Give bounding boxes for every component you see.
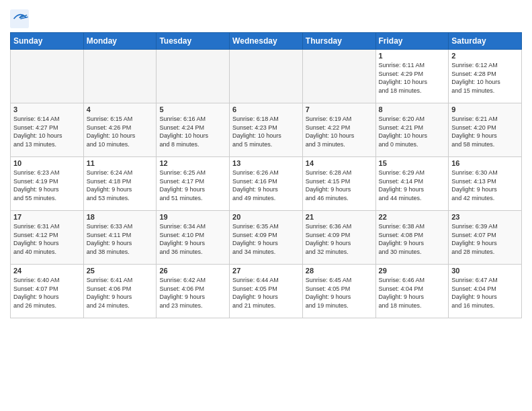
calendar-week: 24Sunrise: 6:40 AM Sunset: 4:07 PM Dayli… xyxy=(11,265,522,318)
day-number: 9 xyxy=(451,105,519,113)
calendar-table: SundayMondayTuesdayWednesdayThursdayFrid… xyxy=(10,32,522,318)
page-container: SundayMondayTuesdayWednesdayThursdayFrid… xyxy=(0,0,532,322)
day-info: Sunrise: 6:46 AM Sunset: 4:04 PM Dayligh… xyxy=(379,276,446,310)
day-number: 3 xyxy=(13,105,81,113)
day-info: Sunrise: 6:19 AM Sunset: 4:22 PM Dayligh… xyxy=(306,115,373,148)
header-row: SundayMondayTuesdayWednesdayThursdayFrid… xyxy=(11,33,522,50)
weekday-header: Thursday xyxy=(302,33,375,50)
weekday-header: Sunday xyxy=(11,33,84,50)
header xyxy=(10,7,522,28)
day-number: 1 xyxy=(379,52,446,60)
calendar-cell: 11Sunrise: 6:24 AM Sunset: 4:18 PM Dayli… xyxy=(83,157,157,211)
day-number: 6 xyxy=(232,105,300,113)
day-number: 13 xyxy=(232,159,300,167)
calendar-cell: 5Sunrise: 6:16 AM Sunset: 4:24 PM Daylig… xyxy=(157,103,230,157)
calendar-cell: 16Sunrise: 6:30 AM Sunset: 4:13 PM Dayli… xyxy=(449,157,522,211)
day-number: 19 xyxy=(159,213,226,221)
calendar-cell: 25Sunrise: 6:41 AM Sunset: 4:06 PM Dayli… xyxy=(83,265,157,318)
day-info: Sunrise: 6:20 AM Sunset: 4:21 PM Dayligh… xyxy=(379,115,446,148)
day-info: Sunrise: 6:40 AM Sunset: 4:07 PM Dayligh… xyxy=(13,276,81,310)
calendar-cell xyxy=(157,50,230,103)
day-info: Sunrise: 6:42 AM Sunset: 4:06 PM Dayligh… xyxy=(159,276,226,310)
day-number: 23 xyxy=(451,213,519,221)
calendar-cell: 12Sunrise: 6:25 AM Sunset: 4:17 PM Dayli… xyxy=(157,157,230,211)
day-info: Sunrise: 6:21 AM Sunset: 4:20 PM Dayligh… xyxy=(451,115,519,148)
calendar-cell: 28Sunrise: 6:45 AM Sunset: 4:05 PM Dayli… xyxy=(302,265,375,318)
day-info: Sunrise: 6:11 AM Sunset: 4:29 PM Dayligh… xyxy=(379,61,446,95)
weekday-header: Friday xyxy=(375,33,449,50)
day-number: 14 xyxy=(306,159,373,167)
day-number: 17 xyxy=(13,213,81,221)
day-info: Sunrise: 6:23 AM Sunset: 4:19 PM Dayligh… xyxy=(13,169,81,202)
day-number: 12 xyxy=(159,159,226,167)
logo xyxy=(10,9,32,28)
calendar-cell xyxy=(11,50,84,103)
day-number: 16 xyxy=(451,159,519,167)
day-number: 2 xyxy=(451,52,519,60)
calendar-cell: 26Sunrise: 6:42 AM Sunset: 4:06 PM Dayli… xyxy=(157,265,230,318)
calendar-cell: 8Sunrise: 6:20 AM Sunset: 4:21 PM Daylig… xyxy=(375,103,449,157)
calendar-cell: 20Sunrise: 6:35 AM Sunset: 4:09 PM Dayli… xyxy=(230,211,303,265)
day-info: Sunrise: 6:39 AM Sunset: 4:07 PM Dayligh… xyxy=(451,222,519,256)
day-info: Sunrise: 6:25 AM Sunset: 4:17 PM Dayligh… xyxy=(159,169,226,202)
day-number: 25 xyxy=(87,267,154,275)
day-number: 4 xyxy=(87,105,154,113)
day-number: 24 xyxy=(13,267,81,275)
calendar-cell: 4Sunrise: 6:15 AM Sunset: 4:26 PM Daylig… xyxy=(83,103,157,157)
day-number: 20 xyxy=(232,213,300,221)
day-info: Sunrise: 6:29 AM Sunset: 4:14 PM Dayligh… xyxy=(379,169,446,202)
day-info: Sunrise: 6:38 AM Sunset: 4:08 PM Dayligh… xyxy=(379,222,446,256)
day-number: 18 xyxy=(87,213,154,221)
calendar-cell: 29Sunrise: 6:46 AM Sunset: 4:04 PM Dayli… xyxy=(375,265,449,318)
day-number: 7 xyxy=(306,105,373,113)
day-number: 11 xyxy=(87,159,154,167)
calendar-cell: 18Sunrise: 6:33 AM Sunset: 4:11 PM Dayli… xyxy=(83,211,157,265)
logo-icon xyxy=(10,9,29,28)
day-number: 26 xyxy=(159,267,226,275)
calendar-cell: 6Sunrise: 6:18 AM Sunset: 4:23 PM Daylig… xyxy=(230,103,303,157)
day-info: Sunrise: 6:44 AM Sunset: 4:05 PM Dayligh… xyxy=(232,276,300,310)
day-number: 28 xyxy=(306,267,373,275)
day-info: Sunrise: 6:45 AM Sunset: 4:05 PM Dayligh… xyxy=(306,276,373,310)
day-number: 30 xyxy=(451,267,519,275)
calendar-cell: 22Sunrise: 6:38 AM Sunset: 4:08 PM Dayli… xyxy=(375,211,449,265)
day-info: Sunrise: 6:26 AM Sunset: 4:16 PM Dayligh… xyxy=(232,169,300,202)
day-info: Sunrise: 6:30 AM Sunset: 4:13 PM Dayligh… xyxy=(451,169,519,202)
calendar-cell xyxy=(83,50,157,103)
calendar-cell: 14Sunrise: 6:28 AM Sunset: 4:15 PM Dayli… xyxy=(302,157,375,211)
weekday-header: Wednesday xyxy=(230,33,303,50)
day-info: Sunrise: 6:35 AM Sunset: 4:09 PM Dayligh… xyxy=(232,222,300,256)
weekday-header: Tuesday xyxy=(157,33,230,50)
day-number: 8 xyxy=(379,105,446,113)
day-info: Sunrise: 6:41 AM Sunset: 4:06 PM Dayligh… xyxy=(87,276,154,310)
day-info: Sunrise: 6:12 AM Sunset: 4:28 PM Dayligh… xyxy=(451,61,519,95)
day-number: 22 xyxy=(379,213,446,221)
calendar-cell: 17Sunrise: 6:31 AM Sunset: 4:12 PM Dayli… xyxy=(11,211,84,265)
day-info: Sunrise: 6:34 AM Sunset: 4:10 PM Dayligh… xyxy=(159,222,226,256)
weekday-header: Saturday xyxy=(449,33,522,50)
day-info: Sunrise: 6:33 AM Sunset: 4:11 PM Dayligh… xyxy=(87,222,154,256)
day-info: Sunrise: 6:18 AM Sunset: 4:23 PM Dayligh… xyxy=(232,115,300,148)
calendar-cell: 2Sunrise: 6:12 AM Sunset: 4:28 PM Daylig… xyxy=(449,50,522,103)
calendar-cell: 1Sunrise: 6:11 AM Sunset: 4:29 PM Daylig… xyxy=(375,50,449,103)
calendar-week: 1Sunrise: 6:11 AM Sunset: 4:29 PM Daylig… xyxy=(11,50,522,103)
day-number: 29 xyxy=(379,267,446,275)
calendar-cell: 10Sunrise: 6:23 AM Sunset: 4:19 PM Dayli… xyxy=(11,157,84,211)
day-info: Sunrise: 6:14 AM Sunset: 4:27 PM Dayligh… xyxy=(13,115,81,148)
calendar-cell: 7Sunrise: 6:19 AM Sunset: 4:22 PM Daylig… xyxy=(302,103,375,157)
day-info: Sunrise: 6:36 AM Sunset: 4:09 PM Dayligh… xyxy=(306,222,373,256)
day-number: 21 xyxy=(306,213,373,221)
calendar-cell: 15Sunrise: 6:29 AM Sunset: 4:14 PM Dayli… xyxy=(375,157,449,211)
day-number: 5 xyxy=(159,105,226,113)
calendar-cell: 13Sunrise: 6:26 AM Sunset: 4:16 PM Dayli… xyxy=(230,157,303,211)
calendar-cell: 9Sunrise: 6:21 AM Sunset: 4:20 PM Daylig… xyxy=(449,103,522,157)
calendar-cell xyxy=(230,50,303,103)
day-number: 15 xyxy=(379,159,446,167)
calendar-cell: 30Sunrise: 6:47 AM Sunset: 4:04 PM Dayli… xyxy=(449,265,522,318)
day-info: Sunrise: 6:16 AM Sunset: 4:24 PM Dayligh… xyxy=(159,115,226,148)
calendar-week: 3Sunrise: 6:14 AM Sunset: 4:27 PM Daylig… xyxy=(11,103,522,157)
calendar-cell: 21Sunrise: 6:36 AM Sunset: 4:09 PM Dayli… xyxy=(302,211,375,265)
day-info: Sunrise: 6:28 AM Sunset: 4:15 PM Dayligh… xyxy=(306,169,373,202)
calendar-week: 10Sunrise: 6:23 AM Sunset: 4:19 PM Dayli… xyxy=(11,157,522,211)
day-info: Sunrise: 6:15 AM Sunset: 4:26 PM Dayligh… xyxy=(87,115,154,148)
